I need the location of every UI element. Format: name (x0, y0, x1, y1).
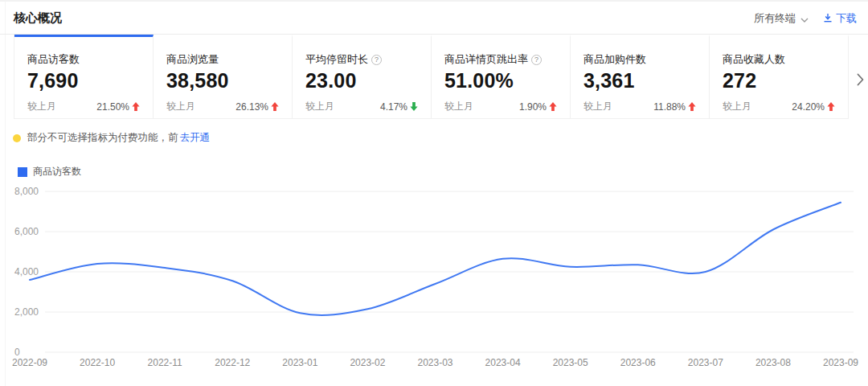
metric-label: 商品访客数 (27, 52, 80, 67)
chevron-right-icon (857, 76, 864, 88)
delta: 21.50% (96, 101, 140, 113)
delta: 24.20% (792, 101, 835, 113)
trend-arrow-icon (271, 102, 279, 111)
help-icon[interactable]: ? (371, 55, 382, 65)
terminal-filter-label: 所有终端 (754, 11, 796, 26)
download-icon (823, 13, 833, 25)
notice-dot-icon (13, 134, 21, 142)
header-controls: 所有终端 下载 (754, 11, 857, 26)
x-axis-label: 2023-03 (403, 357, 468, 368)
metric-card-add-to-cart[interactable]: 商品加购件数 3,361 较上月 11.88% (571, 35, 710, 118)
paid-feature-notice: 部分不可选择指标为付费功能，前去开通 (13, 131, 210, 145)
x-axis-label: 2023-06 (606, 357, 670, 368)
y-axis-label: 2,000 (14, 305, 39, 319)
metric-card-product-visitors[interactable]: 商品访客数 7,690 较上月 21.50% (14, 35, 154, 118)
metric-value: 272 (723, 69, 835, 92)
delta-value: 1.90% (519, 101, 547, 113)
compare-label: 较上月 (723, 100, 751, 113)
notice-text: 部分不可选择指标为付费功能，前 (27, 131, 178, 145)
activate-link[interactable]: 去开通 (180, 131, 211, 145)
download-button[interactable]: 下载 (823, 11, 857, 26)
trend-arrow-icon (827, 102, 835, 111)
compare-label: 较上月 (27, 100, 56, 113)
metric-value: 51.00% (444, 69, 557, 92)
metric-value: 23.00 (305, 69, 418, 92)
metric-value: 7,690 (27, 69, 140, 92)
x-axis-label: 2023-04 (471, 357, 535, 368)
delta: 26.13% (235, 101, 279, 113)
x-axis-label: 2023-08 (741, 357, 805, 368)
visitors-trend-line (30, 203, 841, 315)
delta-value: 4.17% (380, 101, 407, 113)
delta-value: 11.88% (653, 101, 686, 113)
metric-value: 3,361 (583, 69, 696, 92)
trend-arrow-icon (688, 102, 696, 111)
y-axis-label: 4,000 (14, 265, 39, 279)
metric-label: 平均停留时长 (305, 52, 368, 67)
x-axis-label: 2023-09 (809, 357, 868, 368)
x-axis-label: 2023-01 (268, 357, 332, 368)
metric-cards-row: 商品访客数 7,690 较上月 21.50% 商品浏览量 38,580 较上月 … (14, 35, 849, 119)
metric-label: 商品详情页跳出率 (444, 52, 528, 67)
metric-card-avg-stay-duration[interactable]: 平均停留时长? 23.00 较上月 4.17% (293, 35, 432, 118)
metric-value: 38,580 (166, 69, 279, 92)
x-axis-label: 2022-09 (0, 357, 62, 368)
cards-next-button[interactable] (854, 73, 866, 88)
compare-label: 较上月 (583, 100, 612, 113)
metric-label: 商品收藏人数 (723, 52, 785, 67)
delta: 1.90% (519, 101, 557, 113)
download-label: 下载 (836, 11, 857, 26)
metric-label: 商品浏览量 (166, 52, 219, 67)
legend-swatch (18, 167, 27, 177)
trend-arrow-icon (549, 102, 557, 111)
x-axis-label: 2023-02 (335, 357, 399, 368)
legend-item-product-visitors[interactable]: 商品访客数 (18, 165, 81, 179)
page-title: 核心概况 (14, 10, 62, 26)
compare-label: 较上月 (444, 100, 473, 113)
y-axis-label: 8,000 (14, 184, 39, 199)
compare-label: 较上月 (166, 100, 195, 113)
y-axis-label: 6,000 (14, 224, 39, 239)
metric-card-product-pageviews[interactable]: 商品浏览量 38,580 较上月 26.13% (154, 35, 293, 118)
x-axis-label: 2022-12 (200, 357, 264, 368)
trend-arrow-icon (132, 102, 140, 111)
delta-value: 26.13% (235, 101, 268, 113)
delta: 11.88% (653, 101, 696, 113)
delta-value: 24.20% (792, 101, 825, 113)
x-axis-label: 2022-10 (65, 357, 129, 368)
metric-label: 商品加购件数 (583, 52, 646, 67)
trend-arrow-icon (410, 102, 418, 111)
metric-card-favorites[interactable]: 商品收藏人数 272 较上月 24.20% (710, 35, 849, 118)
help-icon[interactable]: ? (531, 55, 542, 65)
compare-label: 较上月 (305, 100, 334, 113)
chevron-down-icon (800, 13, 809, 25)
x-axis-label: 2022-11 (133, 357, 197, 368)
legend-label: 商品访客数 (33, 165, 81, 179)
delta-value: 21.50% (96, 101, 129, 113)
x-axis-label: 2023-07 (674, 357, 738, 368)
metric-card-detail-bounce-rate[interactable]: 商品详情页跳出率? 51.00% 较上月 1.90% (432, 35, 571, 118)
terminal-filter-dropdown[interactable]: 所有终端 (754, 11, 809, 26)
delta: 4.17% (380, 101, 418, 113)
panel-left-edge (5, 2, 6, 386)
x-axis-label: 2023-05 (538, 357, 603, 368)
panel-top-edge (0, 0, 868, 2)
